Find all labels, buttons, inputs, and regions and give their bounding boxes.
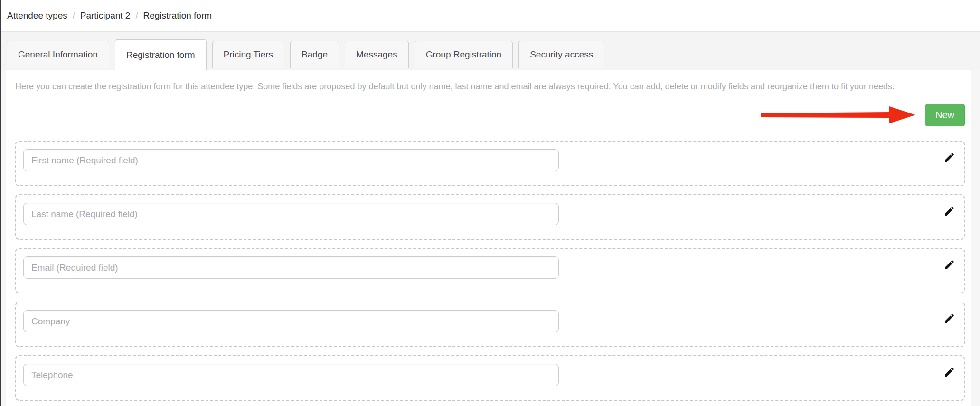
- tab-security-access[interactable]: Security access: [518, 41, 604, 68]
- tab-group-registration[interactable]: Group Registration: [415, 41, 513, 68]
- window-edge: [0, 0, 1, 406]
- edit-field-button[interactable]: [943, 151, 955, 163]
- tab-badge[interactable]: Badge: [290, 41, 339, 68]
- tab-general-information[interactable]: General Information: [7, 41, 109, 68]
- field-row-last-name[interactable]: [15, 194, 965, 240]
- breadcrumb-separator: /: [135, 11, 138, 21]
- breadcrumb-attendee-types[interactable]: Attendee types: [7, 10, 67, 21]
- edit-field-button[interactable]: [943, 205, 955, 217]
- tab-registration-form[interactable]: Registration form: [115, 39, 207, 70]
- breadcrumb: Attendee types / Participant 2 / Registr…: [0, 0, 980, 32]
- first-name-input[interactable]: [23, 149, 559, 171]
- field-row-company[interactable]: [15, 302, 965, 347]
- breadcrumb-registration-form: Registration form: [143, 10, 212, 21]
- telephone-input[interactable]: [23, 364, 559, 386]
- toolbar-row: New: [15, 104, 965, 126]
- field-list: [15, 141, 965, 401]
- pencil-icon: [943, 366, 955, 378]
- tab-messages[interactable]: Messages: [345, 41, 409, 68]
- edit-field-button[interactable]: [943, 312, 955, 324]
- email-input[interactable]: [23, 256, 559, 279]
- edit-field-button[interactable]: [943, 366, 955, 378]
- pencil-icon: [943, 151, 955, 163]
- new-field-button[interactable]: New: [925, 104, 965, 126]
- last-name-input[interactable]: [23, 203, 559, 225]
- breadcrumb-separator: /: [73, 11, 75, 21]
- red-arrow-icon: [761, 105, 915, 124]
- tab-bar: General Information Registration form Pr…: [0, 32, 980, 70]
- tab-content-area: Here you can create the registration for…: [0, 70, 980, 406]
- edit-field-button[interactable]: [943, 258, 955, 271]
- field-row-first-name[interactable]: [15, 141, 965, 186]
- pencil-icon: [943, 259, 955, 271]
- panel-description: Here you can create the registration for…: [15, 81, 965, 93]
- pencil-icon: [943, 205, 955, 217]
- tab-pricing-tiers[interactable]: Pricing Tiers: [212, 41, 285, 68]
- breadcrumb-participant-2[interactable]: Participant 2: [80, 10, 131, 21]
- registration-form-panel: Here you can create the registration for…: [6, 70, 971, 406]
- field-row-telephone[interactable]: [15, 355, 965, 401]
- company-input[interactable]: [23, 310, 559, 332]
- pencil-icon: [943, 312, 955, 324]
- field-row-email[interactable]: [15, 248, 965, 293]
